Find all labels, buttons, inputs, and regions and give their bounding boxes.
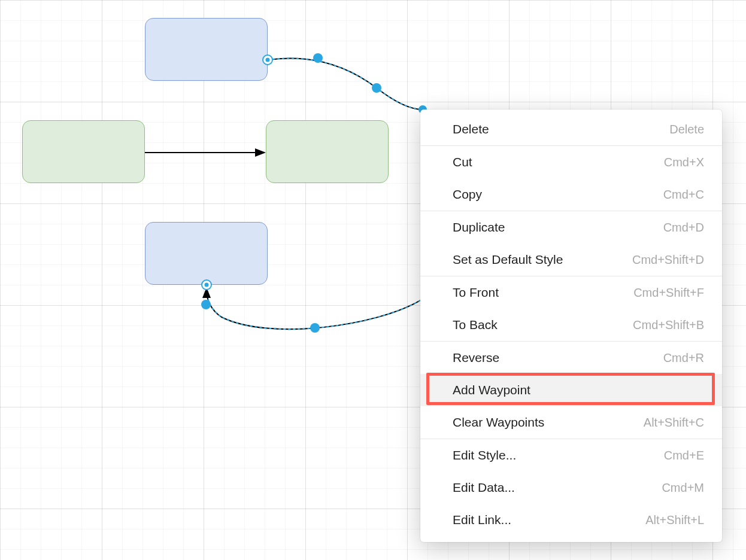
menu-label: Delete — [453, 122, 489, 136]
node-green-left[interactable] — [22, 120, 145, 183]
menu-label: Copy — [453, 187, 482, 202]
menu-shortcut: Cmd+C — [663, 188, 704, 202]
node-green-mid[interactable] — [266, 120, 389, 183]
node-blue-bottom[interactable] — [145, 222, 268, 285]
menu-item-clear-waypoints[interactable]: Clear WaypointsAlt+Shift+C — [420, 406, 722, 439]
menu-item-to-front[interactable]: To FrontCmd+Shift+F — [420, 276, 722, 309]
menu-item-add-waypoint[interactable]: Add Waypoint — [420, 374, 722, 406]
menu-shortcut: Delete — [669, 123, 704, 136]
menu-label: To Front — [453, 285, 499, 300]
menu-label: To Back — [453, 318, 498, 332]
menu-label: Duplicate — [453, 220, 505, 235]
menu-shortcut: Cmd+Shift+D — [632, 253, 704, 267]
menu-shortcut: Cmd+D — [663, 221, 704, 235]
context-menu[interactable]: DeleteDeleteCutCmd+XCopyCmd+CDuplicateCm… — [420, 109, 722, 542]
menu-label: Edit Link... — [453, 513, 511, 527]
menu-shortcut: Cmd+E — [664, 449, 704, 462]
menu-shortcut: Cmd+X — [664, 156, 704, 169]
menu-shortcut: Cmd+R — [663, 351, 704, 365]
menu-label: Clear Waypoints — [453, 415, 544, 430]
menu-item-edit-style[interactable]: Edit Style...Cmd+E — [420, 439, 722, 471]
menu-label: Add Waypoint — [453, 383, 530, 397]
menu-item-reverse[interactable]: ReverseCmd+R — [420, 342, 722, 374]
menu-label: Set as Default Style — [453, 252, 563, 267]
menu-shortcut: Alt+Shift+C — [644, 416, 704, 430]
menu-shortcut: Cmd+Shift+B — [633, 318, 704, 332]
menu-shortcut: Alt+Shift+L — [645, 513, 704, 527]
menu-label: Cut — [453, 155, 472, 169]
menu-item-edit-link[interactable]: Edit Link...Alt+Shift+L — [420, 504, 722, 536]
menu-item-delete[interactable]: DeleteDelete — [420, 113, 722, 145]
menu-label: Edit Style... — [453, 448, 516, 462]
menu-item-duplicate[interactable]: DuplicateCmd+D — [420, 211, 722, 244]
node-blue-top[interactable] — [145, 18, 268, 81]
menu-label: Edit Data... — [453, 480, 515, 495]
menu-item-copy[interactable]: CopyCmd+C — [420, 178, 722, 211]
menu-item-to-back[interactable]: To BackCmd+Shift+B — [420, 309, 722, 341]
menu-item-edit-data[interactable]: Edit Data...Cmd+M — [420, 471, 722, 504]
menu-item-cut[interactable]: CutCmd+X — [420, 146, 722, 178]
menu-item-set-as-default-style[interactable]: Set as Default StyleCmd+Shift+D — [420, 244, 722, 276]
menu-shortcut: Cmd+M — [662, 481, 704, 495]
menu-label: Reverse — [453, 351, 499, 365]
menu-shortcut: Cmd+Shift+F — [633, 286, 704, 300]
